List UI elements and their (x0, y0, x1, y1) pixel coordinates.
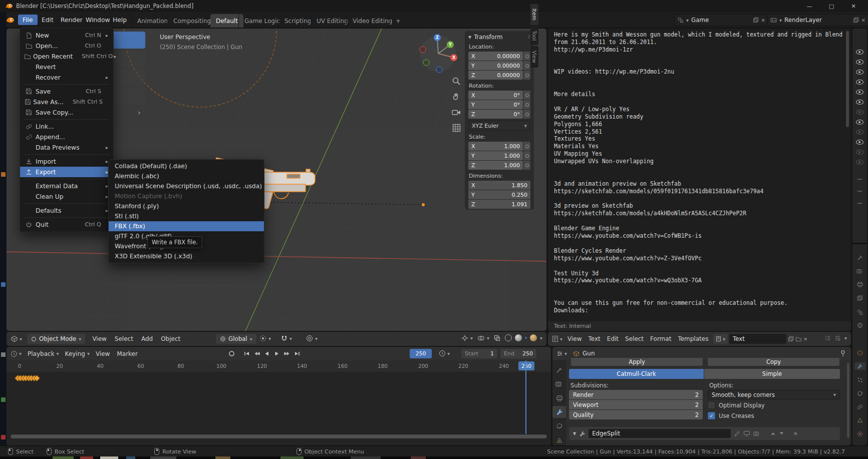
text-scrollbar[interactable] (846, 31, 849, 127)
timeline-editor[interactable]: ▾ Playback▾ Keying▾ View Marker 250 ▾ St… (7, 347, 551, 445)
editor-type-dropdown-icon[interactable]: ▾ (560, 336, 562, 342)
menu-item-open[interactable]: Open...Ctrl O (20, 41, 113, 51)
viewport-menu-object[interactable]: Object (161, 335, 180, 342)
overlays-toggle[interactable]: ▾ (477, 335, 489, 341)
animate-dot-button[interactable] (523, 161, 530, 170)
location-y-field[interactable]: Y0.00000 (468, 61, 530, 70)
timeline-menu-playback[interactable]: Playback (28, 350, 55, 357)
eye-icon[interactable] (856, 110, 863, 115)
view-layer-selector[interactable]: ▾ RenderLayer ✕ (767, 14, 868, 26)
text-editor[interactable]: Here is my Smith and Wesson gun model, w… (548, 29, 851, 331)
tab-viewlayer-icon[interactable] (856, 294, 863, 302)
eye-icon[interactable] (856, 150, 863, 155)
scale-y-field[interactable]: Y1.000 (468, 151, 530, 160)
modifier-edgesplit-header[interactable]: ▼ EdgeSplit ✕ (569, 427, 840, 440)
tab-tool-icon[interactable] (552, 364, 566, 376)
visibility-row[interactable] (852, 139, 867, 146)
editor-type-dropdown-icon[interactable]: ▾ (19, 351, 22, 356)
editor-divider[interactable] (852, 243, 867, 244)
snapping-magnet-icon[interactable]: ▾ (281, 335, 292, 342)
toolbar-expand-icon[interactable]: › (138, 109, 141, 117)
menu-item-quit[interactable]: QuitCtrl Q (20, 219, 113, 230)
export-item-fbx[interactable]: FBX (.fbx) (109, 221, 264, 231)
editor-type-dropdown-icon[interactable]: ▾ (564, 351, 567, 356)
menu-file[interactable]: File (18, 15, 38, 25)
menu-item-open-recent[interactable]: Open RecentShift Ctrl O▸ (20, 51, 113, 62)
animate-dot-button[interactable] (523, 110, 530, 119)
tab-item[interactable]: Item (530, 4, 538, 25)
new-text-icon[interactable] (788, 336, 794, 342)
eye-icon[interactable] (856, 130, 863, 135)
show-gizmo-toggle[interactable]: ▾ (461, 335, 473, 341)
visibility-row[interactable] (852, 89, 867, 96)
visibility-row[interactable] (852, 59, 867, 66)
tab-render-icon[interactable] (856, 267, 863, 275)
tab-data-icon[interactable] (856, 416, 863, 424)
menu-item-new[interactable]: NewCtrl N▸ (20, 30, 113, 41)
menu-edit[interactable]: Edit (37, 15, 58, 25)
rotation-y-field[interactable]: Y0° (468, 100, 530, 109)
play-button[interactable] (272, 349, 281, 358)
menu-item-clean-up[interactable]: Clean Up▸ (20, 191, 113, 202)
menu-item-data-previews[interactable]: Data Previews▸ (20, 142, 113, 153)
rotation-z-field[interactable]: Z0° (468, 110, 530, 119)
animate-dot-button[interactable] (523, 61, 530, 70)
timeline-menu-view[interactable]: View (96, 350, 110, 357)
timeline-menu-marker[interactable]: Marker (117, 350, 137, 357)
copy-button[interactable]: Copy (708, 358, 839, 366)
active-tool-button[interactable] (109, 32, 145, 49)
tab-view[interactable]: View (530, 46, 538, 68)
shading-material-active[interactable] (525, 337, 527, 339)
tab-render-icon[interactable] (552, 378, 566, 390)
tab-tool-icon[interactable] (856, 254, 863, 261)
text-name-field[interactable]: Text (729, 334, 786, 344)
move-up-icon[interactable] (770, 431, 776, 435)
add-layer-icon[interactable] (853, 17, 859, 23)
viewport-menu-view[interactable]: View (92, 335, 106, 342)
remove-layer-icon[interactable]: ✕ (861, 18, 865, 23)
blender-logo-icon[interactable] (5, 17, 15, 24)
dimensions-x-field[interactable]: X1.850 (468, 181, 530, 190)
pan-hand-icon[interactable] (450, 91, 462, 103)
quality-field[interactable]: Quality2 (569, 410, 703, 419)
text-editor-type-icon[interactable] (552, 335, 558, 342)
playhead-line[interactable] (525, 360, 526, 434)
apply-button[interactable]: Apply (571, 358, 703, 366)
edit-mode-toggle-icon[interactable] (734, 430, 740, 437)
export-item-ply[interactable]: Stanford (.ply) (109, 201, 264, 211)
mode-selector[interactable]: Object Mode ▾ (27, 334, 85, 344)
eye-icon[interactable] (856, 60, 863, 65)
rotation-x-field[interactable]: X0° (468, 91, 530, 100)
tab-physics-icon[interactable] (552, 420, 566, 432)
transform-panel-header[interactable]: ▼ Transform ⠿ (468, 34, 530, 41)
unlink-scene-icon[interactable]: ✕ (761, 18, 765, 23)
visibility-row[interactable] (852, 49, 867, 56)
export-item-bvh[interactable]: Motion Capture (.bvh) (109, 191, 264, 201)
jump-to-start-button[interactable] (242, 349, 251, 358)
eye-icon[interactable] (856, 160, 863, 165)
scale-z-field[interactable]: Z1.000 (468, 161, 530, 170)
animate-dot-button[interactable] (523, 151, 530, 160)
menu-item-recover[interactable]: Recover▸ (20, 72, 113, 83)
animate-dot-button[interactable] (523, 71, 530, 80)
tab-output-icon[interactable] (856, 281, 863, 288)
pin-icon[interactable] (840, 350, 846, 357)
animate-dot-button[interactable] (523, 52, 530, 61)
editor-type-dropdown-icon[interactable]: ▾ (20, 336, 22, 342)
tab-particles-icon[interactable] (856, 376, 863, 383)
export-item-x3d[interactable]: X3D Extensible 3D (.x3d) (109, 251, 264, 261)
menu-item-defaults[interactable]: Defaults▸ (20, 205, 113, 216)
export-item-usd[interactable]: Universal Scene Description (.usd, .usdc… (109, 181, 264, 191)
optimal-display-checkbox[interactable]: Optimal Display (708, 401, 765, 409)
chevron-down-icon[interactable]: ▾ (844, 335, 847, 341)
eye-icon[interactable] (856, 50, 863, 55)
tab-scene-icon[interactable] (856, 308, 863, 315)
unlink-text-icon[interactable]: ✕ (803, 336, 807, 342)
text-menu-edit[interactable]: Edit (607, 335, 619, 342)
export-item-alembic[interactable]: Alembic (.abc) (109, 171, 264, 181)
viewport-menu-add[interactable]: Add (141, 335, 153, 342)
tab-object-icon[interactable] (856, 349, 863, 356)
shading-solid-icon[interactable] (515, 334, 522, 341)
viewport-menu-select[interactable]: Select (115, 335, 133, 342)
play-reverse-button[interactable] (262, 349, 271, 358)
